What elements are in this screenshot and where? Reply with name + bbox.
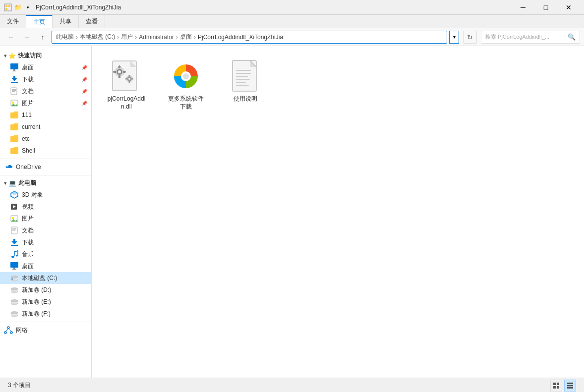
pics-label: 图片: [22, 215, 34, 223]
sidebar: ▾ ⭐ 快速访问 桌面 📌 下载 📌: [0, 46, 92, 378]
sidebar-item-desktop-quick[interactable]: 桌面 📌: [0, 61, 91, 73]
maximize-button[interactable]: □: [534, 0, 557, 15]
close-button[interactable]: ✕: [557, 0, 580, 15]
desktop-quick-label: 桌面: [22, 63, 34, 72]
pics-quick-icon: [10, 99, 19, 108]
quick-access-header[interactable]: ▾ ⭐ 快速访问: [0, 50, 91, 61]
grid-view-button[interactable]: [550, 380, 562, 392]
sidebar-item-etc[interactable]: etc: [0, 133, 91, 145]
svg-rect-85: [236, 82, 246, 83]
up-button[interactable]: ↑: [36, 30, 50, 44]
list-view-button[interactable]: [564, 380, 576, 392]
sidebar-item-downloads[interactable]: 下载: [0, 236, 91, 248]
pics-icon: [10, 214, 19, 223]
sidebar-item-3d[interactable]: 3D 对象: [0, 189, 91, 201]
pin-icon: 📌: [81, 65, 87, 70]
sidebar-item-pics-quick[interactable]: 图片 📌: [0, 97, 91, 109]
svg-rect-6: [12, 71, 16, 71]
svg-rect-8: [13, 76, 15, 78]
svg-point-52: [10, 332, 12, 334]
address-bar-row: ← → ↑ 此电脑 › 本地磁盘 (C:) › 用户 › Administrat…: [0, 28, 584, 46]
sidebar-item-pics[interactable]: 图片: [0, 213, 91, 224]
minimize-button[interactable]: ─: [512, 0, 534, 15]
breadcrumb-folder: PjCorrLogAddindll_XiTongZhiJia: [198, 34, 283, 41]
window-icon: [4, 3, 12, 11]
svg-rect-30: [11, 245, 18, 246]
search-box[interactable]: 搜索 PjCorrLogAddindll_... 🔍: [481, 31, 580, 44]
svg-point-50: [7, 327, 9, 329]
d-drive-label: 新加卷 (D:): [22, 286, 51, 294]
file-item-txt[interactable]: 使用说明: [221, 56, 270, 115]
onedrive-label: OneDrive: [16, 164, 41, 170]
sidebar-item-docs[interactable]: 文档: [0, 224, 91, 236]
txt-file-icon-area: [230, 60, 261, 92]
tab-file[interactable]: 文件: [0, 15, 26, 28]
file-grid: pjCorrLogAddin.dll: [102, 56, 574, 115]
file-item-dll[interactable]: pjCorrLogAddin.dll: [102, 56, 151, 115]
address-dropdown-button[interactable]: ▾: [449, 31, 459, 44]
sidebar-item-c-drive[interactable]: 本地磁盘 (C:): [0, 272, 91, 284]
tab-view[interactable]: 查看: [79, 15, 105, 28]
svg-rect-34: [10, 262, 18, 268]
f-drive-label: 新加卷 (F:): [22, 310, 51, 318]
divider-1: [0, 159, 91, 159]
svg-rect-89: [553, 386, 556, 389]
svg-point-71: [128, 78, 130, 80]
this-pc-header[interactable]: ▾ 💻 此电脑: [0, 177, 91, 189]
sidebar-item-network[interactable]: 网络: [0, 324, 91, 336]
dll-file-name: pjCorrLogAddin.dll: [106, 95, 147, 111]
3d-label: 3D 对象: [22, 191, 43, 199]
onedrive-icon: [4, 163, 13, 171]
downloads-label: 下载: [22, 238, 34, 247]
breadcrumb-drive: 本地磁盘 (C:): [80, 33, 115, 41]
tab-home[interactable]: 主页: [26, 15, 53, 28]
breadcrumb-pc: 此电脑: [56, 33, 74, 41]
wheel-file-icon-area: [170, 60, 202, 92]
network-icon: [4, 326, 13, 335]
sidebar-item-docs-quick[interactable]: 文档 📌: [0, 85, 91, 97]
svg-point-46: [11, 300, 18, 302]
svg-rect-73: [129, 81, 130, 83]
sidebar-item-music[interactable]: 音乐: [0, 248, 91, 260]
refresh-button[interactable]: ↻: [463, 31, 477, 44]
pin-icon-pics: 📌: [81, 101, 87, 106]
svg-rect-82: [236, 73, 251, 74]
svg-rect-26: [12, 229, 16, 230]
item-count: 3 个项目: [8, 381, 31, 390]
sidebar-item-video[interactable]: 视频: [0, 201, 91, 213]
sidebar-item-current[interactable]: current: [0, 121, 91, 133]
docs-quick-label: 文档: [22, 87, 34, 96]
sidebar-item-d-drive[interactable]: 新加卷 (D:): [0, 284, 91, 296]
ribbon-tabs: 文件 主页 共享 查看: [0, 15, 584, 28]
quick-access-section: ▾ ⭐ 快速访问 桌面 📌 下载 📌: [0, 50, 91, 157]
docs-quick-icon: [10, 87, 19, 96]
sidebar-item-111[interactable]: 111: [0, 109, 91, 121]
address-box[interactable]: 此电脑 › 本地磁盘 (C:) › 用户 › Administrator › 桌…: [52, 31, 447, 44]
sidebar-item-onedrive[interactable]: OneDrive: [0, 161, 91, 173]
dll-file-icon-area: [111, 60, 142, 92]
svg-point-77: [183, 73, 189, 79]
sidebar-item-shell[interactable]: Shell: [0, 145, 91, 157]
svg-rect-2: [8, 5, 10, 7]
sidebar-item-downloads-quick[interactable]: 下载 📌: [0, 73, 91, 85]
c-drive-label: 本地磁盘 (C:): [22, 274, 57, 282]
search-icon: 🔍: [568, 33, 576, 41]
sidebar-item-desktop[interactable]: 桌面: [0, 260, 91, 272]
svg-point-32: [16, 255, 18, 257]
tab-share[interactable]: 共享: [53, 15, 79, 28]
folder-111-label: 111: [22, 112, 32, 118]
status-bar: 3 个项目: [0, 378, 584, 392]
d-drive-icon: [10, 285, 19, 294]
search-placeholder: 搜索 PjCorrLogAddindll_...: [485, 33, 549, 41]
sidebar-item-e-drive[interactable]: 新加卷 (E:): [0, 296, 91, 308]
svg-rect-84: [236, 79, 250, 80]
breadcrumb: 此电脑 › 本地磁盘 (C:) › 用户 › Administrator › 桌…: [56, 33, 283, 41]
back-button[interactable]: ←: [4, 30, 18, 44]
sidebar-item-f-drive[interactable]: 新加卷 (F:): [0, 308, 91, 320]
folder-shell-icon: [10, 146, 19, 155]
forward-button[interactable]: →: [20, 30, 34, 44]
music-label: 音乐: [22, 250, 34, 259]
svg-rect-3: [5, 8, 7, 10]
svg-rect-93: [567, 387, 573, 389]
file-item-wheel[interactable]: 更多系统软件下载: [161, 56, 211, 115]
